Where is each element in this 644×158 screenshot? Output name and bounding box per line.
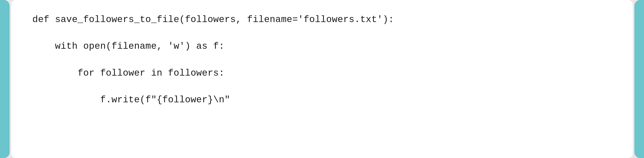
left-accent-bar [0, 0, 10, 158]
code-line-2: with open(filename, 'w') as f: [32, 40, 612, 52]
code-block: def save_followers_to_file(followers, fi… [11, 0, 633, 158]
code-line-1: def save_followers_to_file(followers, fi… [32, 14, 612, 26]
code-line-3: for follower in followers: [32, 67, 612, 79]
code-line-4: f.write(f"{follower}\n" [32, 94, 612, 106]
right-accent-bar [634, 0, 644, 158]
